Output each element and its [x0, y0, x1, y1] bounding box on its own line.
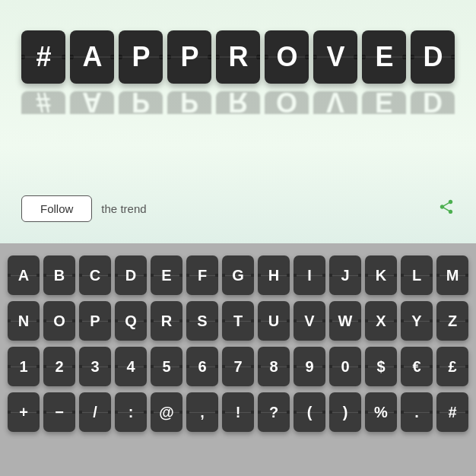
key-char: 4 [126, 358, 135, 376]
key-tile[interactable]: H [258, 255, 290, 295]
key-tile[interactable]: + [8, 392, 40, 432]
key-tile[interactable]: U [258, 301, 290, 341]
key-tile[interactable]: R [151, 301, 182, 341]
key-tile[interactable]: ) [329, 392, 361, 432]
key-char: L [412, 267, 421, 284]
key-tile[interactable]: ? [258, 392, 290, 432]
flip-tile-char: D [424, 41, 443, 73]
flip-tile: V [313, 30, 357, 84]
flip-tile-reflection-char: R [228, 91, 248, 114]
flip-tile-reflection: P [119, 91, 163, 114]
key-char: 8 [269, 358, 278, 376]
key-char: 5 [162, 358, 170, 376]
follow-row: Follow the trend [21, 195, 455, 222]
flip-tile: A [70, 30, 114, 84]
key-tile[interactable]: 4 [115, 347, 147, 386]
key-tile[interactable]: N [8, 301, 40, 341]
key-tile[interactable]: Q [115, 301, 147, 341]
key-char: G [232, 267, 244, 284]
key-char: / [93, 404, 97, 421]
key-tile[interactable]: V [294, 301, 325, 341]
key-tile[interactable]: L [401, 255, 433, 295]
flip-tile: P [119, 30, 163, 84]
key-char: ( [307, 404, 313, 421]
key-tile[interactable]: G [222, 255, 254, 295]
key-tile[interactable]: ( [294, 392, 325, 432]
key-tile[interactable]: X [365, 301, 397, 341]
key-char: O [53, 313, 65, 330]
follow-button[interactable]: Follow [21, 195, 92, 222]
key-tile[interactable]: ! [222, 392, 254, 432]
key-tile[interactable]: € [401, 347, 433, 386]
key-tile[interactable]: I [294, 255, 325, 295]
key-tile[interactable]: 1 [8, 347, 40, 386]
key-tile[interactable]: K [365, 255, 397, 295]
flip-tile-reflection: R [216, 91, 260, 114]
key-tile[interactable]: B [43, 255, 75, 295]
key-tile[interactable]: 2 [43, 347, 75, 386]
key-tile[interactable]: % [365, 392, 397, 432]
key-tile[interactable]: £ [436, 347, 468, 386]
key-char: N [18, 313, 29, 330]
flip-tile-reflection-char: A [82, 91, 102, 114]
key-char: C [90, 267, 100, 284]
key-tile[interactable]: F [186, 255, 218, 295]
key-tile[interactable]: # [436, 392, 468, 432]
key-char: . [414, 404, 419, 421]
key-char: − [55, 404, 64, 421]
key-char: U [268, 313, 279, 330]
flip-tile-char: V [326, 41, 344, 73]
key-char: 6 [198, 358, 206, 376]
key-tile[interactable]: 3 [79, 347, 111, 386]
key-tile[interactable]: E [151, 255, 182, 295]
key-char: W [338, 313, 353, 330]
key-char: T [233, 313, 243, 330]
key-tile[interactable]: 8 [258, 347, 290, 386]
key-char: F [198, 267, 207, 284]
key-tile[interactable]: O [43, 301, 75, 341]
flip-tile: # [21, 30, 65, 84]
key-row-3: +−/:@,!?()%.# [11, 392, 465, 432]
key-tile[interactable]: / [79, 392, 111, 432]
key-tile[interactable]: 6 [186, 347, 218, 386]
key-char: 1 [19, 358, 27, 376]
key-tile[interactable]: 5 [151, 347, 182, 386]
key-tile[interactable]: . [401, 392, 433, 432]
key-char: ! [236, 404, 241, 421]
key-tile[interactable]: @ [151, 392, 182, 432]
key-tile[interactable]: T [222, 301, 254, 341]
key-tile[interactable]: J [329, 255, 361, 295]
keyboard-section: ABCDEFGHIJKLMNOPQRSTUVWXYZ1234567890$€£+… [0, 243, 476, 476]
key-tile[interactable]: P [79, 301, 111, 341]
key-char: A [18, 267, 29, 284]
key-tile[interactable]: M [436, 255, 468, 295]
key-char: 9 [305, 358, 313, 376]
key-char: 3 [90, 358, 99, 376]
key-char: P [90, 313, 100, 330]
key-tile[interactable]: A [8, 255, 40, 295]
share-icon[interactable] [438, 198, 455, 220]
flip-tile-reflection-char: P [132, 91, 150, 114]
key-tile[interactable]: W [329, 301, 361, 341]
key-tile[interactable]: C [79, 255, 111, 295]
key-row-1: NOPQRSTUVWXYZ [11, 301, 465, 341]
key-tile[interactable]: S [186, 301, 218, 341]
key-tile[interactable]: Y [401, 301, 433, 341]
key-tile[interactable]: 7 [222, 347, 254, 386]
flip-tile-char: E [375, 41, 392, 73]
key-tile[interactable]: D [115, 255, 147, 295]
key-tile[interactable]: 9 [294, 347, 325, 386]
key-char: K [376, 267, 386, 284]
flip-tile-reflection-char: V [326, 91, 344, 114]
key-tile[interactable]: : [115, 392, 147, 432]
key-tile[interactable]: , [186, 392, 218, 432]
flip-tile-reflection-char: # [36, 91, 51, 114]
key-char: : [129, 404, 134, 421]
key-tile[interactable]: 0 [329, 347, 361, 386]
key-char: @ [159, 404, 174, 421]
key-tile[interactable]: $ [365, 347, 397, 386]
flip-tile-char: P [132, 41, 149, 73]
key-tile[interactable]: − [43, 392, 75, 432]
key-char: $ [376, 358, 385, 376]
key-tile[interactable]: Z [436, 301, 468, 341]
